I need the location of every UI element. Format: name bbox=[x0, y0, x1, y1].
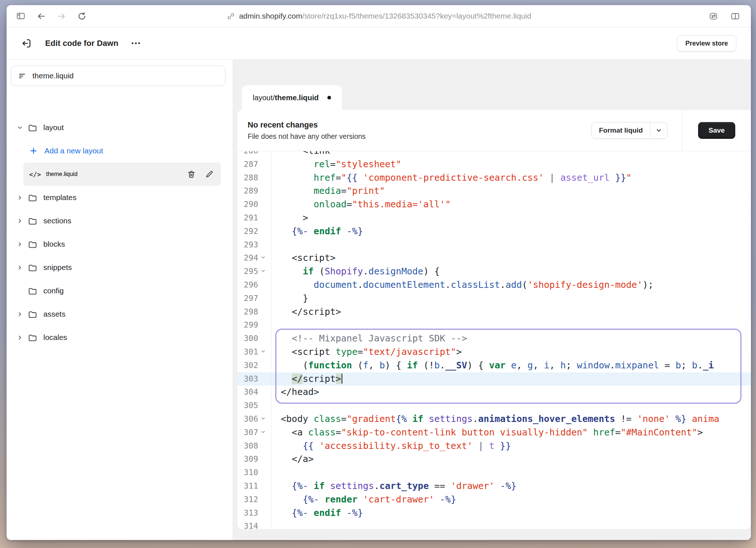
sidebar-file-theme-liquid[interactable]: </>theme.liquid bbox=[23, 163, 221, 186]
sidebar-folder-config[interactable]: config bbox=[7, 279, 233, 302]
code-line-292[interactable]: 292 {%- endif -%} bbox=[237, 225, 751, 238]
sidebar-item-label: locales bbox=[43, 333, 67, 342]
trash-icon[interactable] bbox=[187, 170, 196, 179]
line-number: 297 bbox=[237, 292, 258, 305]
file-tree: layoutAdd a new layout</>theme.liquidtem… bbox=[7, 116, 233, 349]
sidebar-item-label: snippets bbox=[43, 263, 72, 272]
version-status-bar: No recent changes File does not have any… bbox=[237, 110, 751, 151]
folder-icon bbox=[28, 333, 38, 342]
save-button[interactable]: Save bbox=[698, 122, 735, 139]
sidebar-folder-blocks[interactable]: blocks bbox=[7, 232, 233, 256]
fold-chevron-icon[interactable] bbox=[260, 268, 266, 274]
code-line-300[interactable]: 300 <!-- Mixpanel Javascript SDK --> bbox=[237, 332, 751, 345]
sidebar-item-label: config bbox=[43, 286, 64, 295]
line-number: 291 bbox=[237, 211, 258, 225]
tab-theme-liquid[interactable]: layout/theme.liquid bbox=[242, 85, 342, 110]
folder-icon bbox=[28, 263, 38, 273]
chevron-down-icon[interactable] bbox=[650, 122, 667, 138]
folder-icon bbox=[28, 123, 38, 133]
line-number: 303 bbox=[237, 372, 258, 386]
code-editor[interactable]: 286 <link287 rel="stylesheet"288 href="{… bbox=[237, 151, 751, 529]
line-number: 290 bbox=[237, 198, 258, 211]
folder-icon bbox=[28, 286, 38, 296]
code-line-289[interactable]: 289 media="print" bbox=[237, 184, 751, 198]
file-sidebar: layoutAdd a new layout</>theme.liquidtem… bbox=[7, 60, 233, 540]
code-line-286[interactable]: 286 <link bbox=[237, 151, 751, 158]
fold-chevron-icon[interactable] bbox=[260, 416, 266, 421]
code-line-303[interactable]: 303 </script> bbox=[237, 372, 751, 386]
code-line-309[interactable]: 309 </a> bbox=[237, 453, 751, 466]
reload-icon[interactable] bbox=[77, 11, 87, 21]
code-line-305[interactable]: 305 bbox=[237, 399, 751, 412]
browser-window: admin.shopify.com/store/rzq1xu-f5/themes… bbox=[7, 5, 751, 540]
code-line-297[interactable]: 297 } bbox=[237, 292, 751, 305]
chevron-right-icon[interactable] bbox=[16, 265, 23, 271]
add-new-layout-link[interactable]: Add a new layout bbox=[7, 139, 233, 163]
fold-chevron-icon[interactable] bbox=[260, 255, 266, 260]
code-line-314[interactable]: 314 bbox=[237, 520, 751, 529]
code-line-301[interactable]: 301 <script type="text/javascript"> bbox=[237, 345, 751, 359]
folder-icon bbox=[28, 216, 38, 226]
fold-chevron-icon[interactable] bbox=[260, 429, 266, 435]
sidebar-item-label: blocks bbox=[43, 240, 65, 248]
code-line-304[interactable]: 304</head> bbox=[237, 385, 751, 399]
chevron-right-icon[interactable] bbox=[16, 218, 23, 224]
line-number: 314 bbox=[237, 520, 258, 529]
code-line-296[interactable]: 296 document.documentElement.classList.a… bbox=[237, 278, 751, 292]
line-number: 308 bbox=[237, 439, 258, 453]
code-line-288[interactable]: 288 href="{{ 'component-predictive-searc… bbox=[237, 171, 751, 185]
editor-content: layout/theme.liquid No recent changes Fi… bbox=[233, 60, 751, 540]
chevron-down-icon[interactable] bbox=[16, 125, 23, 131]
sidebar-folder-templates[interactable]: templates bbox=[7, 186, 233, 209]
file-filter-input[interactable] bbox=[11, 66, 225, 86]
code-line-290[interactable]: 290 onload="this.media='all'" bbox=[237, 198, 751, 211]
chevron-right-icon[interactable] bbox=[16, 195, 23, 201]
chevron-right-icon[interactable] bbox=[16, 334, 23, 341]
line-number: 286 bbox=[237, 151, 258, 158]
sidebar-folder-assets[interactable]: assets bbox=[7, 302, 233, 326]
sidebar-folder-sections[interactable]: sections bbox=[7, 209, 233, 232]
code-line-308[interactable]: 308 {{ 'accessibility.skip_to_text' | t … bbox=[237, 439, 751, 453]
address-bar[interactable]: admin.shopify.com/store/rzq1xu-f5/themes… bbox=[226, 5, 531, 27]
more-actions-button[interactable]: ••• bbox=[131, 40, 141, 47]
exit-icon[interactable] bbox=[20, 37, 33, 50]
page-settings-icon[interactable] bbox=[709, 11, 718, 21]
line-number: 294 bbox=[237, 251, 258, 265]
code-line-299[interactable]: 299 bbox=[237, 318, 751, 332]
code-line-306[interactable]: 306<body class="gradient{% if settings.a… bbox=[237, 412, 751, 426]
code-line-313[interactable]: 313 {%- endif -%} bbox=[237, 506, 751, 520]
code-line-294[interactable]: 294 <script> bbox=[237, 251, 751, 265]
browser-toolbar: admin.shopify.com/store/rzq1xu-f5/themes… bbox=[7, 5, 751, 27]
pencil-icon[interactable] bbox=[205, 170, 214, 179]
code-line-287[interactable]: 287 rel="stylesheet" bbox=[237, 158, 751, 171]
line-number: 289 bbox=[237, 184, 258, 198]
text-cursor bbox=[342, 373, 343, 384]
preview-store-button[interactable]: Preview store bbox=[677, 35, 736, 52]
chevron-right-icon[interactable] bbox=[16, 241, 23, 247]
sidebar-toggle-icon[interactable] bbox=[16, 11, 25, 21]
page-title: Edit code for Dawn bbox=[45, 39, 118, 48]
chevron-right-icon[interactable] bbox=[16, 311, 23, 317]
code-line-311[interactable]: 311 {%- if settings.cart_type == 'drawer… bbox=[237, 480, 751, 493]
code-line-291[interactable]: 291 > bbox=[237, 211, 751, 225]
sidebar-folder-layout[interactable]: layout bbox=[7, 116, 233, 139]
sidebar-item-label: assets bbox=[43, 310, 66, 318]
forward-icon[interactable] bbox=[57, 11, 66, 21]
sidebar-folder-snippets[interactable]: snippets bbox=[7, 256, 233, 279]
folder-icon bbox=[28, 309, 38, 319]
fold-chevron-icon[interactable] bbox=[260, 349, 266, 354]
split-view-icon[interactable] bbox=[731, 11, 740, 21]
code-line-298[interactable]: 298 </script> bbox=[237, 305, 751, 319]
line-number: 311 bbox=[237, 480, 258, 493]
code-line-295[interactable]: 295 if (Shopify.designMode) { bbox=[237, 265, 751, 278]
format-liquid-button[interactable]: Format liquid bbox=[591, 122, 668, 139]
code-line-307[interactable]: 307 <a class="skip-to-content-link butto… bbox=[237, 426, 751, 439]
back-icon[interactable] bbox=[36, 11, 46, 21]
code-line-302[interactable]: 302 (function (f, b) { if (!b.__SV) { va… bbox=[237, 359, 751, 372]
code-line-310[interactable]: 310 bbox=[237, 466, 751, 480]
line-number: 309 bbox=[237, 453, 258, 466]
code-line-293[interactable]: 293 bbox=[237, 238, 751, 252]
editor-panel: No recent changes File does not have any… bbox=[237, 110, 751, 529]
code-line-312[interactable]: 312 {%- render 'cart-drawer' -%} bbox=[237, 493, 751, 506]
sidebar-folder-locales[interactable]: locales bbox=[7, 326, 233, 349]
